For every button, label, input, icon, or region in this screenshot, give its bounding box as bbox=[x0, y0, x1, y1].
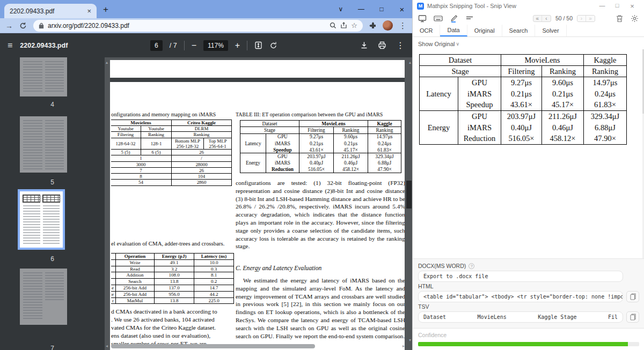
pdf-more-menu-icon[interactable]: ⋮ bbox=[396, 41, 405, 50]
confidence-bar-fill bbox=[418, 342, 628, 346]
pdf-left-column: onfigurations and memory mapping on iMAR… bbox=[111, 111, 235, 350]
zoom-page-icon[interactable] bbox=[330, 22, 336, 29]
trash-icon[interactable] bbox=[616, 14, 623, 23]
list-lines-icon[interactable] bbox=[465, 15, 474, 21]
keyboard-icon[interactable] bbox=[434, 15, 443, 22]
scroll-down-icon[interactable]: ▾ bbox=[409, 338, 411, 342]
pdf-document-title: 2202.09433.pdf bbox=[20, 42, 68, 49]
page-thumbnail-6-selected[interactable] bbox=[18, 189, 65, 250]
mathpix-toolbar-right bbox=[616, 14, 639, 23]
settings-gear-icon[interactable] bbox=[631, 14, 639, 23]
thumbnail-label: 4 bbox=[0, 101, 105, 108]
operation-table: OperationEnergy (pJ)Latency (ns) Write49… bbox=[111, 253, 234, 304]
tab-close-icon[interactable]: × bbox=[87, 7, 91, 15]
body-paragraph: We estimated the energy and latency of i… bbox=[236, 277, 405, 340]
tsv-field[interactable]: Dataset MovieLens Kaggle Stage Fil bbox=[418, 311, 623, 323]
page-thumbnail-7[interactable] bbox=[20, 269, 67, 325]
docx-section-label: DOCX(MS WORD) ? bbox=[418, 263, 639, 269]
scroll-left-icon[interactable]: ◂ bbox=[106, 344, 108, 348]
window-maximize-button[interactable]: □ bbox=[371, 5, 392, 13]
page-count-label: / 7 bbox=[170, 42, 177, 49]
tab-search[interactable]: Search bbox=[502, 25, 536, 36]
scroll-right-icon[interactable]: ▸ bbox=[402, 344, 405, 348]
tab-data[interactable]: Data bbox=[440, 25, 467, 36]
mathpix-logo: M bbox=[417, 3, 424, 10]
chevron-down-icon: ∨ bbox=[456, 41, 459, 47]
share-icon[interactable] bbox=[340, 22, 347, 29]
thumbnail-panel: 4 5 6 7 bbox=[0, 57, 105, 350]
tsv-col: Dataset bbox=[423, 314, 446, 320]
zoom-in-button[interactable]: + bbox=[235, 41, 240, 50]
tab-solver[interactable]: Solver bbox=[535, 25, 566, 36]
window-minimize-button[interactable]: — bbox=[351, 5, 371, 13]
html-code-field[interactable]: <table id="tabular"> <tbody> <tr style="… bbox=[418, 291, 623, 302]
address-bar[interactable]: arxiv.org/pdf/2202.09433.pdf ☆ bbox=[33, 20, 363, 32]
scroll-up-icon[interactable]: ▴ bbox=[106, 60, 108, 65]
window-close-button[interactable]: × bbox=[625, 2, 640, 10]
mathpix-window-title: Mathpix Snipping Tool - Snip View bbox=[427, 3, 591, 9]
window-close-button[interactable]: × bbox=[392, 5, 412, 14]
extensions-puzzle-icon[interactable] bbox=[369, 22, 377, 29]
new-tab-button[interactable]: + bbox=[103, 4, 108, 15]
mathpix-window: M Mathpix Snipping Tool - Snip View — □ … bbox=[412, 0, 644, 350]
reload-icon[interactable] bbox=[19, 22, 27, 29]
snip-counter: 50 / 50 bbox=[555, 15, 573, 21]
lock-icon[interactable] bbox=[39, 23, 44, 29]
thumbnail-label: 6 bbox=[0, 255, 105, 263]
html-section-label: HTML bbox=[418, 283, 639, 289]
page-thumbnail-5[interactable] bbox=[20, 116, 67, 173]
docx-export-button[interactable]: Export to .docx file bbox=[418, 271, 623, 282]
window-maximize-button[interactable]: □ bbox=[610, 2, 625, 10]
next-snip-button[interactable]: › bbox=[577, 16, 586, 21]
toolbar-divider bbox=[247, 41, 247, 50]
pager-forward-group: › » bbox=[577, 15, 595, 22]
tab-ocr[interactable]: OCR bbox=[413, 25, 440, 36]
profile-avatar[interactable] bbox=[383, 20, 393, 31]
figure-fragment-bar bbox=[110, 78, 405, 82]
tab-search-icon[interactable]: ∨ bbox=[331, 5, 351, 13]
pdf-toolbar-right: ⋮ bbox=[360, 41, 405, 50]
browser-menu-icon[interactable]: ⋮ bbox=[399, 21, 407, 29]
pdf-menu-icon[interactable]: ≡ bbox=[8, 41, 12, 50]
confidence-label: Confidence bbox=[418, 332, 639, 338]
pdf-body: 4 5 6 7 ▴ ▴ bbox=[0, 57, 412, 350]
pdf-right-column: TABLE III: ET operation comparison betwe… bbox=[236, 109, 405, 350]
copy-html-button[interactable] bbox=[626, 291, 639, 302]
bookmark-star-icon[interactable]: ☆ bbox=[351, 21, 357, 29]
first-snip-button[interactable]: « bbox=[533, 16, 542, 21]
mapping-table: MovielensCriteo Kaggle YoutubeYoutubeDLR… bbox=[111, 120, 232, 186]
copy-tsv-button[interactable] bbox=[626, 311, 639, 323]
tsv-section-label: TSV bbox=[418, 303, 639, 310]
browser-toolbar: → arxiv.org/pdf/2202.09433.pdf bbox=[0, 18, 412, 33]
zoom-level-label: 117% bbox=[203, 40, 228, 51]
screenshot-icon[interactable] bbox=[418, 14, 427, 23]
page-thumbnail-4[interactable] bbox=[20, 57, 67, 96]
pdf-page-controls: 6 / 7 − 117% + bbox=[150, 40, 277, 51]
forward-icon[interactable]: → bbox=[5, 22, 13, 29]
help-question-icon[interactable]: ? bbox=[469, 263, 474, 269]
scroll-up-icon[interactable]: ▴ bbox=[409, 60, 411, 65]
browser-tab[interactable]: 2202.09433.pdf × bbox=[4, 4, 97, 18]
tab-original[interactable]: Original bbox=[467, 25, 502, 36]
window-minimize-button[interactable]: — bbox=[595, 2, 610, 10]
toolbar-right: ⋮ bbox=[369, 20, 407, 31]
rotate-icon[interactable] bbox=[269, 41, 277, 49]
print-icon[interactable] bbox=[378, 41, 386, 49]
table-caption: onfigurations and memory mapping on iMAR… bbox=[111, 111, 216, 117]
mathpix-window-controls: — □ × bbox=[595, 2, 640, 10]
et-comparison-table-pdf: DatasetMovieLensKaggle StageFilteringRan… bbox=[240, 120, 401, 173]
zoom-out-button[interactable]: − bbox=[192, 41, 196, 50]
toolbar-divider bbox=[184, 41, 185, 50]
download-icon[interactable] bbox=[360, 41, 368, 49]
previous-snip-button[interactable]: ‹ bbox=[542, 16, 551, 21]
page-number-input[interactable]: 6 bbox=[150, 40, 163, 51]
tab-title: 2202.09433.pdf bbox=[10, 8, 84, 15]
horizontal-scrollbar-thumb[interactable] bbox=[111, 344, 315, 348]
markup-pen-icon[interactable] bbox=[450, 14, 458, 23]
show-original-toggle[interactable]: Show Original ∨ bbox=[413, 37, 644, 47]
fit-page-icon[interactable] bbox=[254, 41, 262, 49]
vertical-scrollbar-thumb[interactable] bbox=[406, 181, 412, 208]
body-paragraph: configurations are tested: (1) 32-bit fl… bbox=[236, 179, 405, 250]
figure-caption-fragment: el evaluation of CMA, adder-trees and cr… bbox=[111, 240, 224, 247]
last-snip-button[interactable]: » bbox=[586, 16, 595, 21]
